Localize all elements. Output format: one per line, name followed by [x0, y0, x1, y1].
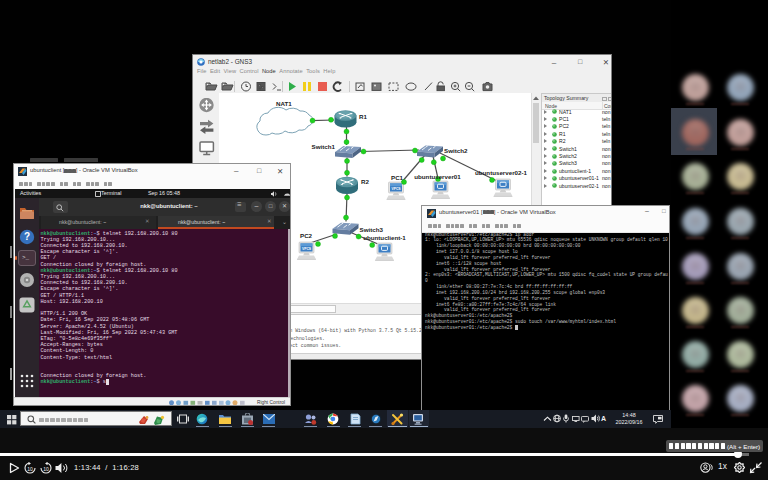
svg-text:10: 10: [43, 466, 49, 472]
svg-text:Switch2: Switch2: [444, 147, 468, 154]
svg-text:NAT1: NAT1: [276, 100, 292, 107]
svg-text:VPCS: VPCS: [391, 187, 401, 191]
svg-text:?: ?: [24, 231, 30, 242]
svg-text:ubuntuclient-1: ubuntuclient-1: [363, 234, 406, 241]
svg-text:PC1: PC1: [391, 174, 404, 181]
svg-text:ubuntuserver02-1: ubuntuserver02-1: [475, 169, 527, 176]
svg-text:R2: R2: [361, 178, 369, 185]
svg-text:ubuntuserver01: ubuntuserver01: [414, 173, 461, 180]
svg-text:Switch3: Switch3: [360, 226, 384, 233]
svg-text:Switch1: Switch1: [312, 143, 336, 150]
svg-text:PC2: PC2: [300, 232, 313, 239]
svg-text:10: 10: [27, 466, 33, 472]
svg-text:R1: R1: [359, 113, 367, 120]
svg-text:VPCS: VPCS: [302, 247, 312, 251]
